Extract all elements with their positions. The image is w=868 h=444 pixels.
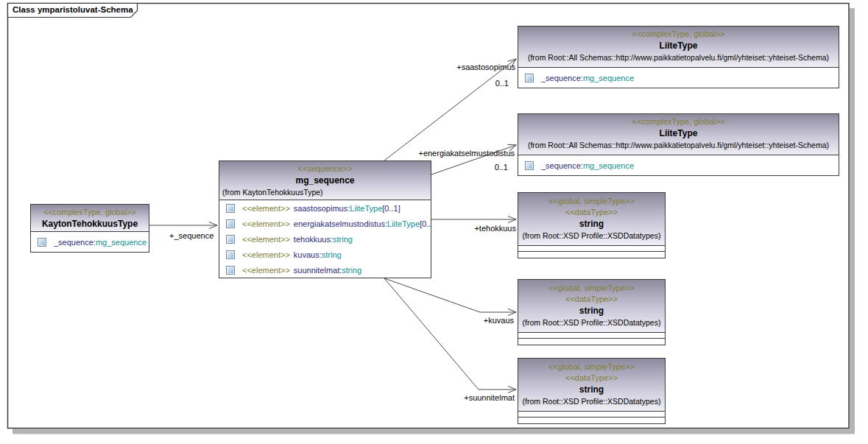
- edge-label-energiakatselmustodistus[interactable]: +energiakatselmustodistus: [418, 149, 515, 158]
- stereotype-label: <<complexType, global>>: [518, 29, 839, 40]
- class-string-1[interactable]: <<global, simpleType>> <<dataType>> stri…: [518, 192, 666, 258]
- attribute-row: <<element>>energiakatselmustodistus:Liit…: [219, 216, 431, 231]
- attribute-name: energiakatselmustodistus:: [294, 219, 387, 228]
- class-name: KaytonTehokkuusType: [31, 218, 149, 230]
- attributes-compartment-empty: [518, 246, 665, 251]
- class-name: string: [518, 305, 665, 317]
- class-header: <<global, simpleType>> <<dataType>> stri…: [518, 359, 665, 412]
- attribute-icon: [226, 235, 235, 244]
- attribute-stereotype: <<element>>: [242, 266, 290, 275]
- attribute-type: string: [342, 266, 361, 275]
- frame-shadow-bottom: [13, 429, 855, 434]
- attribute-row: _sequence:mg_sequence: [31, 232, 149, 252]
- operations-compartment-empty: [518, 338, 665, 344]
- attribute-row: _sequence:mg_sequence: [518, 68, 839, 88]
- class-name: LiiteType: [518, 127, 839, 140]
- edge-mult-saastosopimus[interactable]: 0..1: [495, 79, 509, 88]
- attribute-icon: [226, 204, 235, 213]
- attribute-name: saastosopimus:: [294, 204, 350, 213]
- attribute-icon: [226, 266, 235, 275]
- operations-compartment-empty: [518, 417, 665, 423]
- attribute-name: _sequence:: [54, 238, 96, 247]
- attribute-multiplicity: [0..1]: [382, 204, 400, 213]
- attribute-icon: [226, 250, 235, 259]
- edge-label-sequence[interactable]: +_sequence: [169, 231, 214, 240]
- attribute-name: suunnitelmat:: [294, 266, 342, 275]
- class-liitetype-1[interactable]: <<complexType, global>> LiiteType (from …: [518, 26, 839, 88]
- attribute-row: <<element>>kuvaus:string: [219, 247, 431, 262]
- class-header: <<complexType, global>> LiiteType (from …: [518, 114, 839, 155]
- stereotype-label: <<complexType, global>>: [31, 207, 149, 218]
- attribute-name: tehokkuus:: [294, 235, 333, 244]
- stereotype-label: <<global, simpleType>>: [518, 362, 665, 373]
- from-package-label: (from Root::All Schemas::http://www.paik…: [518, 52, 839, 63]
- attribute-icon: [525, 74, 534, 82]
- class-string-2[interactable]: <<global, simpleType>> <<dataType>> stri…: [518, 279, 666, 345]
- stereotype-label: <<global, simpleType>>: [518, 283, 665, 294]
- class-header: <<complexType, global>> KaytonTehokkuusT…: [31, 205, 149, 232]
- attribute-stereotype: <<element>>: [242, 250, 290, 259]
- attribute-row: <<element>>saastosopimus:LiiteType[0..1]: [219, 200, 431, 216]
- attributes-compartment: _sequence:mg_sequence: [31, 232, 149, 252]
- class-name: mg_sequence: [219, 175, 431, 187]
- attributes-compartment: _sequence:mg_sequence: [518, 155, 839, 175]
- diagram-title: Class ymparistoluvat-Schema: [13, 5, 133, 14]
- class-liitetype-2[interactable]: <<complexType, global>> LiiteType (from …: [518, 113, 839, 176]
- attribute-type: string: [333, 235, 353, 244]
- attribute-icon: [226, 219, 235, 228]
- attribute-name: _sequence:: [541, 161, 583, 170]
- attribute-multiplicity: [0..1]: [420, 219, 431, 228]
- attribute-type: LiiteType: [387, 219, 420, 228]
- attribute-row: <<element>>tehokkuus:string: [219, 231, 431, 247]
- attribute-row: <<element>>suunnitelmat:string: [219, 262, 431, 278]
- attribute-stereotype: <<element>>: [242, 219, 290, 228]
- edge-label-kuvaus[interactable]: +kuvaus: [484, 316, 514, 325]
- edge-mult-energiakatselmustodistus[interactable]: 0..1: [495, 163, 508, 172]
- attribute-type: string: [322, 250, 342, 259]
- operations-compartment-empty: [518, 251, 665, 257]
- stereotype-label: <<dataType>>: [518, 207, 665, 218]
- attribute-row: _sequence:mg_sequence: [518, 155, 839, 175]
- class-name: string: [518, 384, 665, 396]
- attribute-name: kuvaus:: [294, 250, 322, 259]
- from-package-label: (from Root::XSD Profile::XSDDatatypes): [518, 317, 665, 328]
- edge-label-suunnitelmat[interactable]: +suunnitelmat: [464, 393, 515, 402]
- class-string-3[interactable]: <<global, simpleType>> <<dataType>> stri…: [518, 358, 666, 424]
- stereotype-label: <<dataType>>: [518, 373, 665, 384]
- stereotype-label: <<global, simpleType>>: [518, 196, 665, 207]
- edge-label-tehokkuus[interactable]: +tehokkuus: [474, 224, 516, 233]
- class-kaytontehokkuustype[interactable]: <<complexType, global>> KaytonTehokkuusT…: [30, 204, 149, 253]
- attributes-compartment: <<element>>saastosopimus:LiiteType[0..1]…: [219, 200, 431, 278]
- class-header: <<global, simpleType>> <<dataType>> stri…: [518, 280, 665, 333]
- class-mg-sequence[interactable]: <<sequence>> mg_sequence (from KaytonTeh…: [219, 161, 431, 278]
- frame-shadow-right: [850, 8, 855, 434]
- attributes-compartment-empty: [518, 412, 665, 417]
- class-header: <<complexType, global>> LiiteType (from …: [518, 27, 839, 68]
- from-package-label: (from KaytonTehokkuusType): [219, 187, 431, 198]
- class-name: string: [518, 218, 665, 230]
- attribute-type: LiiteType: [350, 204, 382, 213]
- class-header: <<sequence>> mg_sequence (from KaytonTeh…: [219, 161, 431, 200]
- attribute-icon: [38, 238, 46, 247]
- from-package-label: (from Root::XSD Profile::XSDDatatypes): [518, 396, 665, 407]
- attribute-type: mg_sequence: [583, 161, 634, 170]
- stereotype-label: <<complexType, global>>: [518, 116, 839, 127]
- attribute-stereotype: <<element>>: [242, 235, 290, 244]
- stereotype-label: <<dataType>>: [518, 294, 665, 305]
- diagram-canvas: Class ymparistoluvat-Schema <<complexTyp…: [0, 0, 868, 444]
- from-package-label: (from Root::All Schemas::http://www.paik…: [518, 140, 839, 151]
- from-package-label: (from Root::XSD Profile::XSDDatatypes): [518, 230, 665, 242]
- attribute-type: mg_sequence: [96, 238, 147, 247]
- class-name: LiiteType: [518, 40, 839, 52]
- attribute-icon: [525, 161, 534, 170]
- edge-label-saastosopimus[interactable]: +saastosopimus: [456, 63, 515, 71]
- attribute-stereotype: <<element>>: [242, 204, 290, 213]
- attribute-type: mg_sequence: [583, 74, 634, 82]
- class-header: <<global, simpleType>> <<dataType>> stri…: [518, 193, 665, 246]
- attributes-compartment-empty: [518, 333, 665, 338]
- attribute-name: _sequence:: [541, 74, 583, 82]
- attributes-compartment: _sequence:mg_sequence: [518, 68, 839, 88]
- stereotype-label: <<sequence>>: [219, 163, 431, 175]
